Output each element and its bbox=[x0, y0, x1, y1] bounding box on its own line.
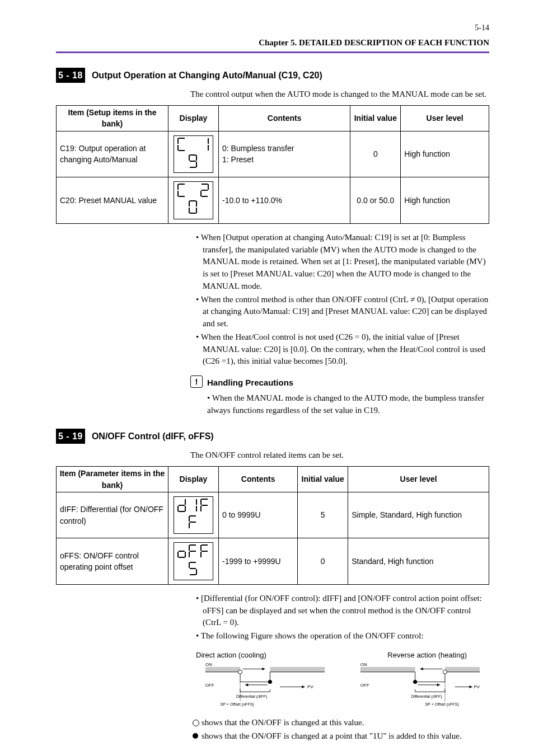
svg-text:Differential (dIFF): Differential (dIFF) bbox=[411, 694, 442, 699]
svg-text:OFF: OFF bbox=[360, 683, 369, 688]
setup-table-c19c20: Item (Setup items in the bank) Display C… bbox=[56, 105, 489, 224]
bullet-item: • The following Figure shows the operati… bbox=[196, 630, 489, 642]
cell-user: High function bbox=[401, 177, 489, 224]
cell-init: 0 bbox=[298, 538, 348, 585]
legend-open-circle: shows that the ON/OFF is changed at this… bbox=[193, 717, 489, 729]
caution-icon: ! bbox=[190, 375, 203, 388]
header-rule bbox=[56, 51, 489, 53]
section-intro: The control output when the AUTO mode is… bbox=[190, 88, 489, 101]
cell-item: C20: Preset MANUAL value bbox=[57, 177, 168, 224]
svg-rect-0 bbox=[205, 667, 240, 672]
svg-marker-44 bbox=[470, 685, 472, 688]
svg-text:PV: PV bbox=[474, 684, 480, 689]
svg-marker-20 bbox=[302, 685, 305, 688]
cell-display bbox=[168, 492, 219, 538]
svg-text:ON: ON bbox=[360, 662, 367, 667]
svg-text:Differential (dIFF): Differential (dIFF) bbox=[236, 694, 267, 699]
cell-contents: 0: Bumpless transfer 1: Preset bbox=[219, 131, 350, 177]
chapter-heading: Chapter 5. DETAILED DESCRIPTION OF EACH … bbox=[56, 37, 489, 49]
section-number-block: 5 - 19 bbox=[56, 429, 85, 444]
bullet-list: • [Differential (for ON/OFF control): dI… bbox=[196, 593, 489, 642]
section-title: Output Operation at Changing Auto/Manual… bbox=[92, 68, 322, 83]
legend: shows that the ON/OFF is changed at this… bbox=[193, 717, 489, 743]
th-display: Display bbox=[168, 467, 219, 492]
section-number-block: 5 - 18 bbox=[56, 68, 85, 83]
section-title: ON/OFF Control (dIFF, oFFS) bbox=[92, 429, 214, 444]
th-display: Display bbox=[168, 105, 219, 131]
table-row: oFFS: ON/OFF control operating point off… bbox=[57, 538, 489, 585]
cell-user: High function bbox=[401, 131, 489, 177]
svg-text:SP + Offset (oFFS): SP + Offset (oFFS) bbox=[425, 702, 458, 707]
cell-user: Simple, Standard, High function bbox=[348, 492, 489, 538]
bullet-item: • [Differential (for ON/OFF control): dI… bbox=[196, 593, 489, 629]
bullet-list: • When [Output operation at changing Aut… bbox=[196, 232, 489, 368]
th-contents: Contents bbox=[219, 105, 350, 131]
th-contents: Contents bbox=[219, 467, 298, 492]
section-intro: The ON/OFF control related items can be … bbox=[190, 449, 489, 462]
svg-text:OFF: OFF bbox=[205, 683, 214, 688]
svg-point-31 bbox=[443, 670, 447, 674]
th-user: User level bbox=[348, 467, 489, 492]
cell-contents: 0 to 9999U bbox=[219, 492, 298, 538]
svg-text:SP + Offset (oFFS): SP + Offset (oFFS) bbox=[221, 702, 254, 707]
cell-item: dIFF: Differential (for ON/OFF control) bbox=[57, 492, 168, 538]
direct-action-label: Direct action (cooling) bbox=[196, 650, 320, 661]
svg-marker-34 bbox=[420, 668, 423, 670]
cell-display bbox=[168, 177, 219, 224]
svg-marker-10 bbox=[262, 668, 265, 670]
svg-rect-1 bbox=[270, 667, 325, 672]
svg-text:ON: ON bbox=[205, 662, 212, 667]
cell-item: oFFS: ON/OFF control operating point off… bbox=[57, 538, 168, 585]
table-row: C19: Output operation at changing Auto/M… bbox=[57, 131, 489, 177]
onoff-operation-diagram: Direct action (cooling) Reverse action (… bbox=[196, 650, 489, 707]
svg-rect-25 bbox=[445, 667, 480, 672]
th-initial: Initial value bbox=[350, 105, 401, 131]
reverse-action-label: Reverse action (heating) bbox=[343, 650, 489, 661]
svg-point-8 bbox=[268, 680, 272, 684]
table-row: C20: Preset MANUAL value -10.0 to +110.0… bbox=[57, 177, 489, 224]
seven-seg-diff bbox=[174, 496, 213, 534]
bullet-item: • When the control method is other than … bbox=[196, 294, 489, 330]
cell-contents: -1999 to +9999U bbox=[219, 538, 298, 585]
reverse-action-chart: ON OFF Differential (dIFF) PV SP + Offse… bbox=[351, 662, 489, 707]
cell-init: 0 bbox=[350, 131, 401, 177]
th-user: User level bbox=[401, 105, 489, 131]
cell-init: 5 bbox=[298, 492, 348, 538]
legend-filled-circle: shows that the ON/OFF is changed at a po… bbox=[193, 730, 489, 743]
svg-point-7 bbox=[238, 670, 242, 674]
cell-contents: -10.0 to +110.0% bbox=[219, 177, 350, 224]
cell-init: 0.0 or 50.0 bbox=[350, 177, 401, 224]
bullet-item: • When [Output operation at changing Aut… bbox=[196, 232, 489, 293]
direct-action-chart: ON OFF Differential (dIFF) PV SP + Offse… bbox=[196, 662, 334, 707]
th-initial: Initial value bbox=[298, 467, 348, 492]
seven-seg-c20 bbox=[174, 181, 213, 219]
note-label: Handling Precautions bbox=[207, 375, 293, 389]
svg-point-32 bbox=[413, 680, 417, 684]
svg-marker-36 bbox=[437, 683, 440, 686]
page-number: 5-14 bbox=[56, 22, 489, 34]
th-item: Item (Parameter items in the bank) bbox=[57, 467, 168, 492]
seven-seg-c19 bbox=[174, 135, 213, 173]
cell-display bbox=[168, 131, 219, 177]
table-row: dIFF: Differential (for ON/OFF control) … bbox=[57, 492, 489, 538]
th-item: Item (Setup items in the bank) bbox=[57, 105, 168, 131]
svg-text:PV: PV bbox=[307, 684, 313, 689]
svg-rect-24 bbox=[360, 667, 415, 672]
note-body: • When the MANUAL mode is changed to the… bbox=[207, 392, 489, 417]
cell-item: C19: Output operation at changing Auto/M… bbox=[57, 131, 168, 177]
cell-user: Standard, High function bbox=[348, 538, 489, 585]
svg-marker-12 bbox=[245, 683, 248, 686]
bullet-item: • When the Heat/Cool control is not used… bbox=[196, 331, 489, 368]
seven-seg-offs bbox=[174, 542, 213, 580]
setup-table-diff-offs: Item (Parameter items in the bank) Displ… bbox=[56, 466, 489, 585]
cell-display bbox=[168, 538, 219, 585]
